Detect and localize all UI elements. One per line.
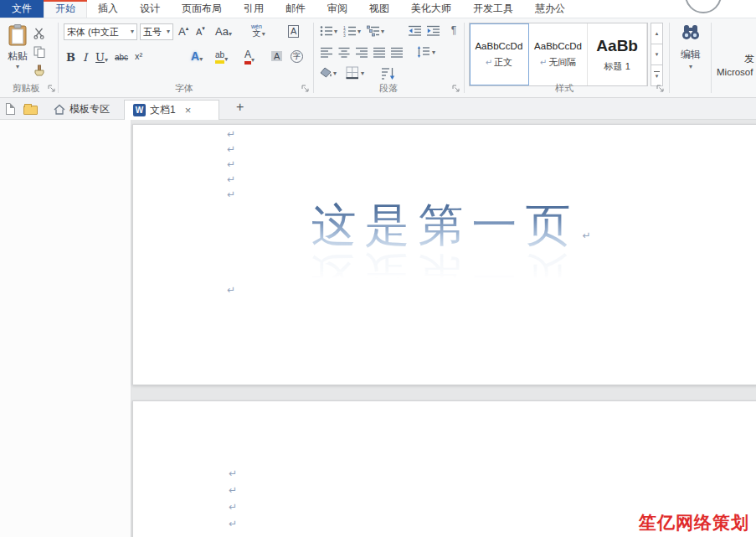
style-card-normal[interactable]: AaBbCcDd ↵正文 — [470, 23, 529, 85]
overflow-label[interactable]: Microsof — [717, 67, 753, 77]
tab-insert[interactable]: 插入 — [87, 0, 129, 18]
dropdown-arrow-icon[interactable]: ▾ — [334, 28, 337, 35]
dropdown-arrow-icon[interactable]: ▾ — [333, 70, 337, 77]
tab-hui-office[interactable]: 慧办公 — [524, 0, 576, 18]
tab-review[interactable]: 审阅 — [316, 0, 358, 18]
paragraph-mark: ↵ — [227, 157, 235, 172]
styles-dialog-launcher[interactable] — [656, 85, 665, 93]
text-effects-button[interactable]: A ▾ — [191, 49, 203, 63]
format-painter-button[interactable] — [33, 63, 52, 78]
page-1[interactable]: ↵ ↵ ↵ ↵ ↵ 这是第一页 这是第一页 ↵ ↵ — [132, 124, 756, 385]
document-tab-bar: 模板专区 W 文档1 × + — [0, 98, 756, 120]
bullets-button[interactable] — [319, 24, 334, 38]
cut-button[interactable] — [33, 26, 52, 41]
shrink-font-button[interactable]: A▾ — [196, 25, 205, 37]
open-document-button[interactable] — [23, 106, 38, 115]
change-case-button[interactable]: Aa▾ — [215, 25, 232, 38]
clipboard-dialog-launcher[interactable] — [48, 85, 56, 93]
dropdown-arrow-icon[interactable]: ▾ — [381, 28, 384, 35]
styles-group-label: 样式 — [465, 82, 664, 95]
decrease-indent-button[interactable] — [408, 24, 423, 38]
styles-scrollbar: ▴ ▾ ▾ — [651, 23, 663, 86]
new-document-button[interactable] — [6, 103, 15, 115]
tab-template-zone[interactable]: 模板专区 — [45, 98, 118, 120]
align-center-button[interactable] — [337, 45, 352, 59]
up-arrow-icon: ▴ — [656, 30, 659, 37]
align-left-button[interactable] — [319, 45, 334, 59]
enclose-character-glyph: 字 — [291, 50, 303, 63]
borders-button[interactable] — [345, 66, 360, 80]
increase-indent-button[interactable] — [426, 24, 441, 38]
enclose-character-button[interactable]: 字 — [291, 50, 303, 63]
paragraph-dialog-launcher[interactable] — [452, 85, 460, 93]
styles-scroll-down-button[interactable]: ▾ — [651, 44, 663, 65]
font-color-swatch — [244, 61, 251, 65]
distribute-button[interactable] — [389, 45, 404, 59]
underline-button[interactable]: U ▾ — [95, 51, 108, 64]
numbering-button[interactable]: 123 — [342, 24, 357, 38]
tab-beautify-master[interactable]: 美化大师 — [400, 0, 462, 18]
styles-scroll-up-button[interactable]: ▴ — [651, 23, 663, 44]
dropdown-arrow-icon[interactable]: ▾ — [361, 70, 364, 77]
superscript-button[interactable]: x² — [135, 51, 142, 61]
watermark: 笙亿网络策划 — [639, 511, 749, 534]
paragraph-mark: ↵ — [227, 282, 235, 297]
font-color-glyph: A — [244, 49, 251, 64]
bold-button[interactable]: B — [66, 51, 75, 64]
character-shading-button[interactable]: A — [271, 51, 282, 61]
font-name-select[interactable]: 宋体 (中文正 ▾ — [64, 23, 137, 40]
paragraph-marks: ↵ ↵ ↵ ↵ — [229, 465, 237, 532]
new-tab-button[interactable]: + — [231, 100, 249, 115]
binoculars-icon — [680, 23, 702, 41]
tab-mailings[interactable]: 邮件 — [275, 0, 316, 18]
dropdown-arrow-icon[interactable]: ▾ — [357, 28, 361, 35]
clipboard-group-label: 剪贴板 — [0, 82, 52, 95]
phonetic-icon: wén 文 — [251, 23, 262, 38]
highlight-button[interactable]: ab ▾ — [215, 50, 228, 63]
paste-button[interactable]: 粘贴 ▾ — [4, 23, 31, 84]
show-marks-button[interactable]: ¶ — [446, 23, 461, 37]
line-spacing-button[interactable] — [416, 45, 431, 59]
tab-developer[interactable]: 开发工具 — [462, 0, 524, 18]
character-border-button[interactable]: A — [288, 25, 299, 38]
style-name: 标题 1 — [604, 60, 630, 73]
group-separator — [711, 23, 712, 93]
paragraph-mark-icon: ↵ — [486, 58, 492, 67]
grow-font-button[interactable]: A▴ — [178, 25, 188, 38]
font-color-button[interactable]: A ▾ — [244, 49, 255, 64]
style-card-heading1[interactable]: AaBb 标题 1 — [588, 23, 647, 85]
shading-button[interactable] — [319, 66, 334, 80]
tab-document1[interactable]: W 文档1 × — [124, 100, 219, 120]
tab-page-layout[interactable]: 页面布局 — [171, 0, 233, 18]
editing-menu-button[interactable]: 编辑 ▾ — [672, 23, 709, 70]
style-card-no-spacing[interactable]: AaBbCcDd ↵无间隔 — [529, 23, 589, 85]
character-shading-glyph: A — [271, 51, 282, 61]
tab-file[interactable]: 文件 — [0, 0, 44, 18]
italic-glyph: I — [83, 51, 87, 64]
tab-references[interactable]: 引用 — [233, 0, 275, 18]
paragraph-mark: ↵ — [229, 498, 237, 515]
styles-gallery: AaBbCcDd ↵正文 AaBbCcDd ↵无间隔 AaBb 标题 1 — [469, 23, 648, 86]
tab-design[interactable]: 设计 — [129, 0, 171, 18]
italic-button[interactable]: I — [83, 51, 87, 64]
overflow-button[interactable]: 发 — [744, 52, 754, 66]
bold-glyph: B — [66, 51, 75, 64]
phonetic-guide-button[interactable]: wén 文 ▾ — [251, 23, 265, 38]
paragraph-marks: ↵ — [227, 282, 235, 297]
multilevel-list-button[interactable] — [366, 24, 381, 38]
superscript-glyph: x² — [135, 51, 142, 61]
align-right-button[interactable] — [354, 45, 369, 59]
close-tab-button[interactable]: × — [185, 104, 192, 116]
dropdown-arrow-icon[interactable]: ▾ — [432, 49, 435, 56]
font-size-select[interactable]: 五号 ▾ — [140, 23, 173, 40]
tab-home[interactable]: 开始 — [44, 0, 87, 18]
sort-button[interactable] — [381, 66, 396, 80]
font-dialog-launcher[interactable] — [301, 85, 310, 93]
pilcrow-icon: ¶ — [451, 24, 456, 36]
justify-button[interactable] — [372, 45, 387, 59]
user-avatar-icon — [685, 0, 722, 13]
strikethrough-button[interactable]: abc — [115, 53, 128, 62]
scissors-icon — [33, 28, 44, 39]
copy-button[interactable] — [33, 44, 52, 59]
tab-view[interactable]: 视图 — [358, 0, 400, 18]
